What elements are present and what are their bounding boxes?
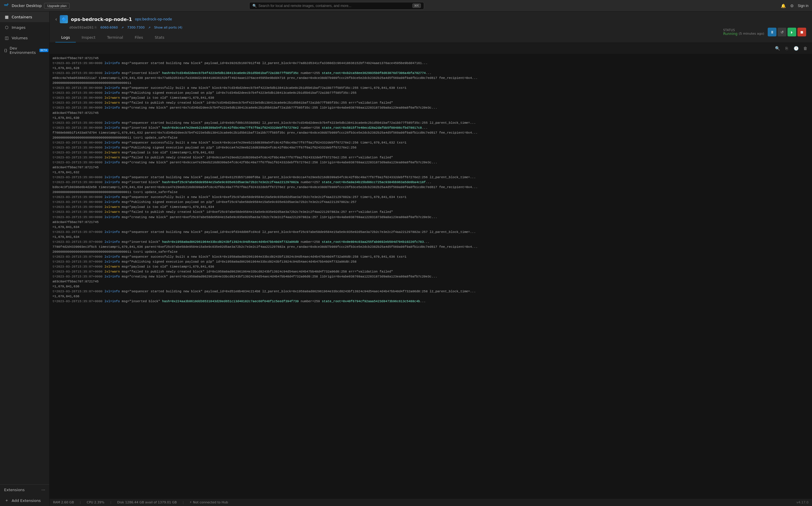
copy-id-icon[interactable]: ⎘ — [95, 26, 97, 29]
disk-label: Disk 1286.44 GB avail of 1379.01 GB — [117, 500, 177, 504]
log-line: t=2023-03-26T15:35:06+0000 lvl=info msg=… — [53, 120, 809, 125]
container-id: d0de592ad261 ⎘ — [69, 26, 97, 29]
tab-inspect[interactable]: Inspect — [76, 33, 101, 43]
log-line: t=2023-03-26T15:35:07+0000 lvl=info msg=… — [53, 299, 809, 304]
notification-icon[interactable]: 🔔 — [780, 3, 786, 9]
hub-status-label: Not connected to Hub — [193, 500, 228, 504]
cpu-status: CPU 2.39% — [87, 500, 105, 504]
log-line: t=2023-03-26T15:35:06+0000 lvl=info msg=… — [53, 215, 809, 220]
log-line: t=2023-03-26T15:35:06+0000 lvl=info msg=… — [53, 86, 809, 91]
search-bar[interactable]: 🔍 ⌘K — [249, 2, 424, 10]
app-version: v4.17.0 — [797, 500, 809, 504]
log-line: t=2023-03-26T15:35:07+0000 lvl=info msg=… — [53, 254, 809, 259]
pause-button[interactable]: ⏸ — [768, 28, 776, 36]
log-line: a03c8a47fbbac707:8721745 — [53, 111, 809, 115]
log-line: t=2023-03-26T15:35:06+0000 lvl=info msg=… — [53, 160, 809, 165]
tab-stats[interactable]: Stats — [149, 33, 170, 43]
log-line: t=2023-03-26T15:35:06+0000 lvl=info msg=… — [53, 125, 809, 131]
sidebar: ▦ Containers ⬡ Images ◫ Volumes ⟨⟩ Dev E… — [0, 12, 50, 506]
clear-logs-icon[interactable]: 🗑 — [802, 45, 809, 52]
sidebar-item-images[interactable]: ⬡ Images — [0, 22, 49, 32]
signin-button[interactable]: Sign in — [798, 4, 809, 8]
log-line: f7088eb08b1f1433a87d794 timestamp=1,679,… — [53, 131, 809, 136]
stop-button[interactable]: ⏹ — [797, 28, 806, 36]
images-icon: ⬡ — [4, 25, 9, 30]
port-link-icon-2: ↗ — [148, 26, 150, 29]
log-line: 2000000000000000000000000000000000000001… — [53, 136, 809, 140]
log-line: t=2023-03-26T15:35:06+0000 lvl=info msg=… — [53, 61, 809, 66]
search-logs-icon[interactable]: 🔍 — [773, 45, 781, 52]
log-line: 7780f4d2d4339003ec3f5c5 timestamp=1,679,… — [53, 245, 809, 250]
main-layout: ▦ Containers ⬡ Images ◫ Volumes ⟨⟩ Dev E… — [0, 12, 812, 506]
log-line: t=2023-03-26T15:35:06+0000 lvl=info msg=… — [53, 140, 809, 145]
status-value: Running — [723, 32, 737, 36]
log-line: t=2023-03-26T15:35:06+0000 lvl=info msg=… — [53, 71, 809, 76]
sidebar-item-add-extensions[interactable]: ＋ Add Extensions — [0, 495, 49, 506]
status-row: Running (5 minutes ago) — [723, 32, 764, 36]
sidebar-extensions[interactable]: Extensions ⋯ — [0, 485, 49, 495]
log-line: t=2023-03-26T15:35:07+0000 lvl=info msg=… — [53, 240, 809, 245]
status-time: (5 minutes ago) — [739, 32, 764, 35]
log-line: t=2023-03-26T15:35:07+0000 lvl=info msg=… — [53, 230, 809, 235]
log-content[interactable]: a03c8a47fbbac707:8721745t=2023-03-26T15:… — [50, 54, 812, 498]
log-line: t=2023-03-26T15:35:06+0000 lvl=info msg=… — [53, 200, 809, 205]
log-line: t=2023-03-26T15:35:06+0000 lvl=info msg=… — [53, 180, 809, 185]
log-line: t=2023-03-26T15:35:06+0000 lvl=info msg=… — [53, 105, 809, 110]
sidebar-item-containers[interactable]: ▦ Containers — [0, 12, 49, 22]
tab-files[interactable]: Files — [129, 33, 149, 43]
back-button[interactable]: ‹ — [55, 17, 57, 22]
log-line: t=2023-03-26T15:35:07+0000 lvl=warn msg=… — [53, 264, 809, 269]
status-label: STATUS — [723, 28, 764, 32]
log-line: =1,679,841,634 — [53, 225, 809, 230]
tab-terminal[interactable]: Terminal — [101, 33, 129, 43]
restart-button[interactable]: ↺ — [777, 28, 786, 36]
container-icon: 🔷 — [60, 15, 68, 23]
log-line: t=2023-03-26T15:35:06+0000 lvl=info msg=… — [53, 91, 809, 95]
tabs: Logs Inspect Terminal Files Stats — [55, 32, 806, 43]
log-line: 2000000000000000000000000000000000000001… — [53, 250, 809, 254]
log-line: =1,679,841,636 — [53, 294, 809, 299]
brand-label: Docker Desktop — [12, 3, 42, 8]
dev-env-icon: ⟨⟩ — [4, 48, 7, 53]
sidebar-label-images: Images — [12, 25, 26, 30]
sidebar-label-containers: Containers — [12, 15, 32, 19]
log-line: t=2023-03-26T15:35:06+0000 lvl=warn msg=… — [53, 205, 809, 209]
log-line: a03c8a47fbbac707:8721745 — [53, 279, 809, 284]
log-line: =1,679,841,630 — [53, 115, 809, 120]
action-buttons: ⏸ ↺ ⏵ ⏹ — [768, 28, 806, 36]
tab-logs[interactable]: Logs — [55, 33, 76, 43]
port-link-1[interactable]: 6060:6060 — [100, 26, 118, 29]
log-line: e68cc4a7eba95388d2211a7 timestamp=1,679,… — [53, 76, 809, 81]
show-all-ports[interactable]: Show all ports (4) — [154, 26, 183, 29]
clock-icon[interactable]: 🕐 — [792, 45, 800, 52]
log-line: 2000000000000000000000000000000000000001… — [53, 190, 809, 195]
sidebar-item-dev-environments[interactable]: ⟨⟩ Dev Environments BETA — [0, 43, 49, 58]
topbar: Docker Desktop Upgrade plan 🔍 ⌘K 🔔 ⚙ Sig… — [0, 0, 812, 12]
sidebar-item-volumes[interactable]: ◫ Volumes — [0, 32, 49, 43]
start-button[interactable]: ⏵ — [788, 28, 796, 36]
copy-logs-icon[interactable]: ⎘ — [783, 45, 791, 52]
port-link-icon-1: ↗ — [121, 26, 124, 29]
container-image-link[interactable]: ops:bedrock-op-node — [135, 17, 172, 21]
status-block: STATUS Running (5 minutes ago) — [723, 28, 764, 36]
settings-icon[interactable]: ⚙ — [789, 3, 795, 9]
sidebar-bottom: Extensions ⋯ ＋ Add Extensions — [0, 485, 49, 506]
log-line: =1,679,841,636 — [53, 284, 809, 289]
add-extensions-icon: ＋ — [4, 498, 9, 503]
log-line: a03c8a47fbbac707:8721745 — [53, 220, 809, 225]
log-line: t=2023-03-26T15:35:06+0000 lvl=warn msg=… — [53, 155, 809, 160]
port-link-2[interactable]: 7300:7300 — [127, 26, 145, 29]
container-meta: d0de592ad261 ⎘ 6060:6060 ↗ 7300:7300 ↗ S… — [69, 26, 806, 29]
disk-status: Disk 1286.44 GB avail of 1379.01 GB — [117, 500, 177, 504]
log-line: t=2023-03-26T15:35:07+0000 lvl=warn msg=… — [53, 269, 809, 274]
containers-icon: ▦ — [4, 14, 9, 19]
upgrade-plan-button[interactable]: Upgrade plan — [44, 3, 70, 9]
log-line: t=2023-03-26T15:35:06+0000 lvl=info msg=… — [53, 145, 809, 150]
log-line: 2000000000000000000000000000000000000001… — [53, 81, 809, 86]
log-line: t=2023-03-26T15:35:06+0000 lvl=info msg=… — [53, 195, 809, 200]
content-area: ‹ 🔷 ops-bedrock-op-node-1 ops:bedrock-op… — [50, 12, 812, 506]
log-line: t=2023-03-26T15:35:06+0000 lvl=warn msg=… — [53, 150, 809, 155]
log-line: t=2023-03-26T15:35:07+0000 lvl=info msg=… — [53, 289, 809, 294]
log-line: t=2023-03-26T15:35:07+0000 lvl=info msg=… — [53, 274, 809, 279]
search-input[interactable] — [259, 4, 411, 8]
